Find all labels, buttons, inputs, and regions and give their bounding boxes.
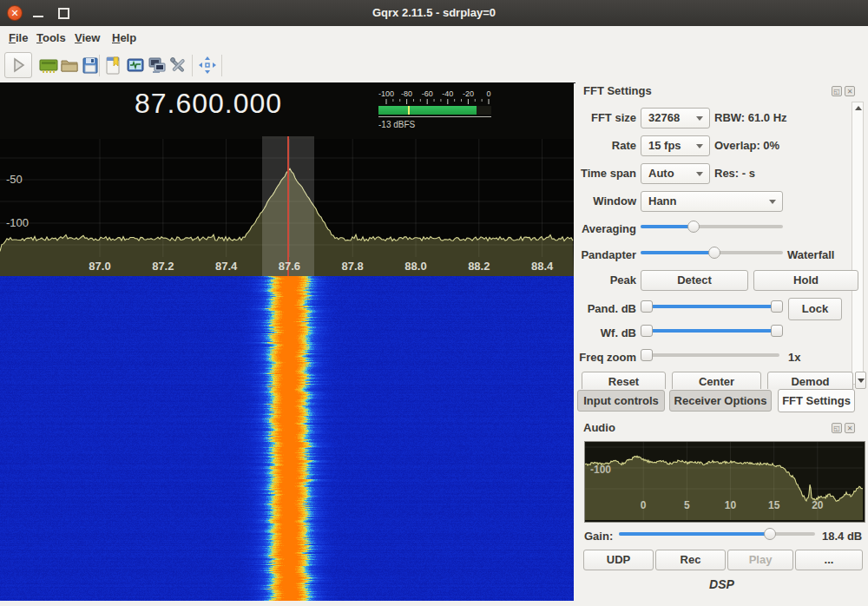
range-handle-low[interactable] [641,300,653,313]
play-button[interactable]: Play [727,550,793,570]
configure-button[interactable] [168,54,188,76]
meter-tick-label: -100 [378,89,394,98]
waterfall-label: Waterfall [787,248,834,261]
floppy-disk-icon [80,55,101,76]
dock-close-icon[interactable]: ✕ [845,423,855,433]
range-handle-low[interactable] [641,325,653,337]
menu-tools[interactable]: Tools [33,30,69,46]
gain-value-label: 18.4 dB [822,530,862,543]
more-button[interactable]: ... [795,550,863,570]
titlebar[interactable]: ✕ Gqrx 2.11.5 - sdrplay=0 [0,0,868,26]
meter-level-fill [378,106,477,115]
slider-handle[interactable] [641,349,653,361]
pand-db-range-slider[interactable] [641,300,783,313]
audio-spectrum-box[interactable]: -10005101520 [584,441,865,523]
tools-icon [168,55,188,76]
dsp-options-button[interactable] [125,54,146,76]
rec-button[interactable]: Rec [655,550,726,570]
peak-detect-button[interactable]: Detect [641,270,748,291]
frequency-tick-label: 88.0 [404,260,426,273]
rbw-info-label: RBW: 61.0 Hz [714,111,787,124]
range-handle-high[interactable] [771,325,783,337]
bookmarks-button[interactable] [102,54,123,76]
waterfall-display[interactable] [0,276,574,601]
overlap-info-label: Overlap: 0% [714,139,779,152]
tab-receiver-options[interactable]: Receiver Options [669,390,772,412]
time-span-label: Time span [575,167,636,180]
meter-tick-label: -40 [442,89,453,98]
meter-ticks [377,99,493,105]
tab-fft-settings[interactable]: FFT Settings [778,389,855,412]
toolbar-separator [192,55,193,76]
circuit-board-icon [38,55,59,76]
gqrx-window: ✕ Gqrx 2.11.5 - sdrplay=0 File Tools Vie… [0,0,868,606]
range-handle-high[interactable] [771,300,783,313]
pandapter-plot[interactable]: -50-100 87.087.287.487.687.888.088.288.4 [0,139,574,276]
fft-size-label: FFT size [575,111,636,124]
window-select[interactable]: Hann [641,191,783,212]
play-icon [5,65,31,80]
save-file-button[interactable] [80,54,101,76]
toolbar [0,49,868,83]
dsp-footer-label: DSP [575,577,868,591]
menu-file[interactable]: File [5,30,31,46]
audio-khz-tick-label: 10 [725,499,736,511]
open-file-button[interactable] [59,54,80,76]
zoom-level-label: 1x [788,351,800,364]
frequency-tick-label: 88.4 [531,260,553,273]
meter-bar [378,106,491,115]
lock-button[interactable]: Lock [788,298,842,320]
remote-control-button[interactable] [147,54,168,76]
meter-baseline [378,116,491,117]
right-panel: FFT Settings ◱ ✕ FFT size 32768 RBW: 61.… [575,82,868,606]
meter-tick-label: -60 [422,89,433,98]
meter-tick-label: 0 [486,89,490,98]
slider-handle[interactable] [708,247,720,259]
db-tick-label: -50 [6,173,23,186]
menu-view[interactable]: View [71,30,103,46]
freq-zoom-slider[interactable] [641,348,779,362]
gain-label: Gain: [584,530,613,543]
audio-khz-tick-label: 15 [768,499,779,511]
io-devices-button[interactable] [38,54,59,76]
wf-db-range-slider[interactable] [641,324,783,338]
pandapter-split-slider[interactable] [641,246,783,260]
peak-hold-button[interactable]: Hold [753,270,858,291]
scroll-up-icon[interactable] [855,106,862,110]
folder-icon [59,55,80,76]
pan-arrows-icon [197,55,218,76]
slider-handle[interactable] [687,221,700,233]
dock-float-icon[interactable]: ◱ [832,86,842,96]
full-screen-button[interactable] [197,54,218,76]
peak-label: Peak [575,273,636,287]
dock-close-icon[interactable]: ✕ [845,86,855,96]
audio-db-tick-label: -100 [590,464,611,476]
slider-handle[interactable] [764,528,776,540]
start-dsp-button[interactable] [4,52,32,78]
dock-float-icon[interactable]: ◱ [832,423,842,433]
udp-button[interactable]: UDP [583,550,654,570]
gain-slider[interactable] [619,527,815,541]
signal-meter: -100-80-60-40-200 -13 dBFS [377,89,493,135]
fft-size-select[interactable]: 32768 [641,108,710,128]
fft-scrollbar[interactable] [852,102,864,385]
tab-input-controls[interactable]: Input controls [577,390,665,412]
remote-computer-icon [147,55,168,76]
rate-select[interactable]: 15 fps [641,135,710,156]
chevron-down-icon [769,200,776,204]
more-options-arrow[interactable] [855,372,866,389]
audio-khz-tick-label: 20 [812,499,823,511]
pand-db-label: Pand. dB [575,302,636,315]
averaging-label: Averaging [575,222,636,235]
oscilloscope-icon [125,55,146,76]
audio-khz-tick-label: 0 [641,499,647,511]
meter-value-label: -13 dBFS [378,120,415,129]
audio-dock-title: Audio [583,421,615,434]
averaging-slider[interactable] [641,220,783,234]
frequency-tick-label: 87.2 [152,260,174,273]
audio-khz-tick-label: 5 [684,499,690,511]
menubar: File Tools View Help [0,26,868,49]
time-span-select[interactable]: Auto [641,163,710,184]
menu-help[interactable]: Help [108,30,140,46]
frequency-display[interactable]: 87.600.000 [95,88,321,120]
